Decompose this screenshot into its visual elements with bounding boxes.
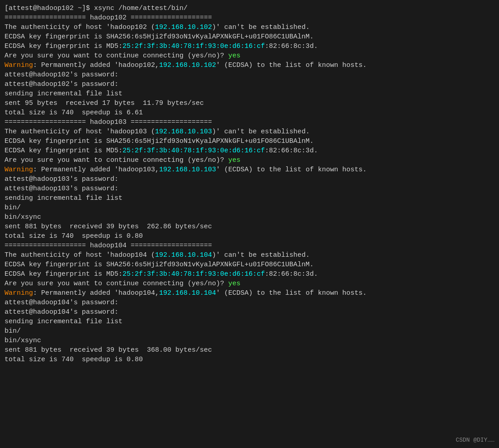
terminal-text: The authenticity of host 'hadoop104 ( xyxy=(5,251,155,259)
terminal-text: ==================== hadoop104 =========… xyxy=(5,242,212,250)
terminal-text: sent 95 bytes received 17 bytes 11.79 by… xyxy=(5,99,204,107)
terminal-text: 192.168.10.104 xyxy=(159,289,216,297)
terminal-line: attest@hadoop102's password: xyxy=(5,80,494,89)
terminal-text: Warning xyxy=(5,61,33,69)
terminal-line: The authenticity of host 'hadoop103 (192… xyxy=(5,127,494,137)
terminal-line: ECDSA key fingerprint is MD5:25:2f:3f:3b… xyxy=(5,146,494,156)
terminal-text: 192.168.10.104 xyxy=(155,251,212,259)
terminal-text: sending incremental file list xyxy=(5,90,122,98)
terminal-text: 25:2f:3f:3b:40:78:1f:93:0e:d6:16:cf xyxy=(122,270,265,278)
terminal-text: bin/ xyxy=(5,204,21,212)
terminal-text: :82:66:8c:3d. xyxy=(265,147,318,155)
terminal-line: bin/xsync xyxy=(5,212,494,222)
terminal-text: )' can't be established. xyxy=(212,251,310,259)
terminal-text: :82:66:8c:3d. xyxy=(265,270,318,278)
terminal-text: total size is 740 speedup is 0.80 xyxy=(5,232,143,240)
terminal-text: 192.168.10.102 xyxy=(159,61,216,69)
terminal-text: ' (ECDSA) to the list of known hosts. xyxy=(216,289,367,297)
terminal-line: The authenticity of host 'hadoop102 (192… xyxy=(5,23,494,32)
terminal-line: sending incremental file list xyxy=(5,193,494,203)
terminal-text: ==================== hadoop102 =========… xyxy=(5,14,212,22)
terminal-line: bin/xsync xyxy=(5,336,494,345)
terminal-line: total size is 740 speedup is 0.80 xyxy=(5,355,494,364)
terminal-text: bin/ xyxy=(5,327,21,335)
terminal-text: The authenticity of host 'hadoop102 ( xyxy=(5,24,155,31)
terminal-text: sending incremental file list xyxy=(5,194,122,202)
footer-watermark: CSDN @DIY…… xyxy=(456,436,494,444)
terminal-line: attest@hadoop103's password: xyxy=(5,184,494,193)
terminal-text: : Permanently added 'hadoop103, xyxy=(33,166,159,174)
terminal-text: Are you sure you want to continue connec… xyxy=(5,280,228,288)
terminal-text: ECDSA key fingerprint is MD5: xyxy=(5,42,122,50)
terminal-text: yes xyxy=(228,52,240,60)
terminal-text: bin/xsync xyxy=(5,337,41,344)
terminal-line: ==================== hadoop104 =========… xyxy=(5,241,494,250)
terminal-text: sending incremental file list xyxy=(5,318,122,325)
terminal-text: 25:2f:3f:3b:40:78:1f:93:0e:d6:16:cf xyxy=(122,147,265,155)
terminal-line: ECDSA key fingerprint is SHA256:6s5Hji2f… xyxy=(5,260,494,269)
terminal-text: [attest@hadoop102 ~]$ xsync /home/attest… xyxy=(5,5,188,12)
terminal-line: ECDSA key fingerprint is MD5:25:2f:3f:3b… xyxy=(5,269,494,279)
terminal-line: Are you sure you want to continue connec… xyxy=(5,156,494,165)
terminal-line: ECDSA key fingerprint is SHA256:6s5Hji2f… xyxy=(5,137,494,146)
terminal-text: ' (ECDSA) to the list of known hosts. xyxy=(216,61,367,69)
terminal-line: attest@hadoop104's password: xyxy=(5,307,494,317)
terminal-line: attest@hadoop102's password: xyxy=(5,70,494,80)
terminal-text: ECDSA key fingerprint is SHA256:6s5Hji2f… xyxy=(5,261,314,269)
terminal-text: : Permanently added 'hadoop104, xyxy=(33,289,159,297)
terminal-text: 25:2f:3f:3b:40:78:1f:93:0e:d6:16:cf xyxy=(122,42,265,50)
terminal-text: Warning xyxy=(5,289,33,297)
terminal-line: ECDSA key fingerprint is SHA256:6s5Hji2f… xyxy=(5,32,494,42)
terminal-text: total size is 740 speedup is 6.61 xyxy=(5,109,143,117)
terminal-text: :82:66:8c:3d. xyxy=(265,42,318,50)
terminal-line: [attest@hadoop102 ~]$ xsync /home/attest… xyxy=(5,4,494,13)
terminal-line: attest@hadoop104's password: xyxy=(5,298,494,307)
terminal-text: attest@hadoop103's password: xyxy=(5,175,118,183)
terminal-line: total size is 740 speedup is 0.80 xyxy=(5,231,494,241)
terminal-text: yes xyxy=(228,280,240,288)
terminal-text: attest@hadoop102's password: xyxy=(5,71,118,79)
terminal-line: attest@hadoop103's password: xyxy=(5,174,494,184)
terminal: [attest@hadoop102 ~]$ xsync /home/attest… xyxy=(0,0,499,448)
terminal-text: ECDSA key fingerprint is SHA256:6s5Hji2f… xyxy=(5,137,314,145)
terminal-line: Warning: Permanently added 'hadoop104,19… xyxy=(5,288,494,298)
terminal-text: Are you sure you want to continue connec… xyxy=(5,156,228,164)
terminal-line: sending incremental file list xyxy=(5,317,494,326)
terminal-line: Are you sure you want to continue connec… xyxy=(5,279,494,288)
terminal-text: ECDSA key fingerprint is MD5: xyxy=(5,147,122,155)
terminal-text: attest@hadoop104's password: xyxy=(5,308,118,316)
terminal-text: : Permanently added 'hadoop102, xyxy=(33,61,159,69)
terminal-line: The authenticity of host 'hadoop104 (192… xyxy=(5,250,494,260)
terminal-line: sent 881 bytes received 39 bytes 368.00 … xyxy=(5,345,494,355)
terminal-text: Are you sure you want to continue connec… xyxy=(5,52,228,60)
terminal-text: attest@hadoop102's password: xyxy=(5,80,118,88)
terminal-text: attest@hadoop103's password: xyxy=(5,185,118,193)
terminal-line: Warning: Permanently added 'hadoop103,19… xyxy=(5,165,494,174)
terminal-text: ' (ECDSA) to the list of known hosts. xyxy=(216,166,367,174)
terminal-text: bin/xsync xyxy=(5,213,41,221)
terminal-line: total size is 740 speedup is 6.61 xyxy=(5,108,494,118)
terminal-text: 192.168.10.103 xyxy=(155,128,212,136)
terminal-text: ECDSA key fingerprint is SHA256:6s5Hji2f… xyxy=(5,33,314,41)
terminal-line: Are you sure you want to continue connec… xyxy=(5,51,494,61)
terminal-text: )' can't be established. xyxy=(212,128,310,136)
terminal-text: attest@hadoop104's password: xyxy=(5,299,118,307)
terminal-text: 192.168.10.102 xyxy=(155,24,212,31)
terminal-line: ECDSA key fingerprint is MD5:25:2f:3f:3b… xyxy=(5,42,494,51)
terminal-line: sent 881 bytes received 39 bytes 262.86 … xyxy=(5,222,494,231)
terminal-text: sent 881 bytes received 39 bytes 368.00 … xyxy=(5,346,212,354)
terminal-line: Warning: Permanently added 'hadoop102,19… xyxy=(5,61,494,70)
terminal-line: bin/ xyxy=(5,203,494,212)
terminal-line: sending incremental file list xyxy=(5,89,494,99)
terminal-text: ==================== hadoop103 =========… xyxy=(5,118,212,126)
terminal-text: sent 881 bytes received 39 bytes 262.86 … xyxy=(5,223,212,231)
terminal-line: ==================== hadoop102 =========… xyxy=(5,13,494,23)
terminal-text: )' can't be established. xyxy=(212,24,310,31)
terminal-text: 192.168.10.103 xyxy=(159,166,216,174)
terminal-text: ECDSA key fingerprint is MD5: xyxy=(5,270,122,278)
terminal-line: sent 95 bytes received 17 bytes 11.79 by… xyxy=(5,99,494,108)
terminal-text: yes xyxy=(228,156,240,164)
terminal-line: ==================== hadoop103 =========… xyxy=(5,118,494,127)
terminal-text: Warning xyxy=(5,166,33,174)
terminal-text: The authenticity of host 'hadoop103 ( xyxy=(5,128,155,136)
